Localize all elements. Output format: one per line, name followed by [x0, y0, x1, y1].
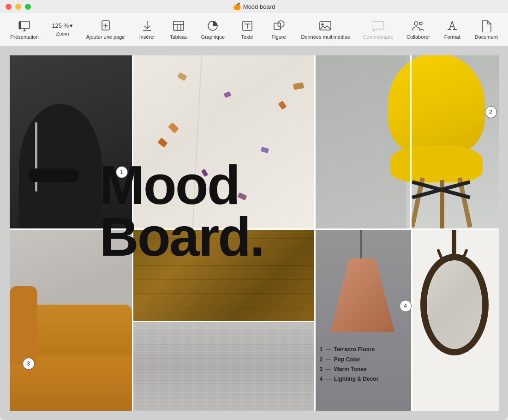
separator-v4 [411, 228, 412, 411]
legend-item-1: 1 — Terrazzo Floors [320, 345, 379, 354]
add-page-label: Ajouter une page [86, 34, 125, 40]
badge-2: 2 [485, 106, 497, 118]
format-icon [446, 19, 459, 32]
legend: 1 — Terrazzo Floors 2 — Pop Color 3 — Wa… [320, 345, 379, 384]
insert-label: Insérer [139, 34, 155, 40]
chart-icon [206, 19, 219, 32]
legend-item-2: 2 — Pop Color [320, 354, 379, 364]
separator-h2 [132, 321, 314, 322]
svg-point-21 [414, 22, 418, 25]
graphique-label: Graphique [201, 34, 225, 40]
svg-rect-19 [320, 22, 331, 30]
close-button[interactable] [6, 4, 12, 10]
svg-rect-9 [173, 21, 184, 30]
toolbar-collaborer[interactable]: Collaborer [403, 18, 434, 42]
toolbar-commentaire[interactable]: Commentaire [359, 18, 397, 42]
toolbar-format[interactable]: Format [439, 18, 465, 42]
minimize-button[interactable] [15, 4, 21, 10]
app-icon: 🍊 [233, 3, 241, 10]
comment-icon [372, 19, 385, 32]
maximize-button[interactable] [25, 4, 31, 10]
cell-fur [132, 321, 314, 411]
format-label: Format [444, 34, 460, 40]
toolbar-figure[interactable]: Figure [266, 18, 292, 42]
toolbar-texte[interactable]: Texte [234, 18, 260, 42]
commentaire-label: Commentaire [363, 34, 394, 40]
text-icon [241, 19, 254, 32]
cell-gray-wall [10, 228, 132, 411]
legend-item-3: 3 — Warm Tones [320, 365, 379, 374]
toolbar-zoom[interactable]: 125 % ▾ Zoom [48, 20, 77, 38]
legend-item-4: 4 — Lighting & Decor [320, 374, 379, 384]
badge-1: 1 [116, 166, 128, 178]
document-label: Document [475, 34, 498, 40]
toolbar-graphique[interactable]: Graphique [197, 18, 228, 42]
separator-v1 [132, 55, 133, 411]
separator-h1 [10, 228, 499, 230]
toolbar-multimedia[interactable]: Données multimédias [297, 18, 353, 42]
document-icon [480, 19, 493, 32]
figure-label: Figure [271, 34, 286, 40]
svg-point-18 [278, 21, 284, 27]
toolbar-insert[interactable]: Insérer [134, 18, 160, 42]
zoom-label: Zoom [56, 31, 69, 36]
toolbar-tableau[interactable]: Tableau [166, 18, 191, 42]
presentation-icon [18, 19, 31, 32]
shape-icon [272, 19, 285, 32]
toolbar-presentation[interactable]: Présentation [6, 18, 42, 42]
badge-4: 4 [400, 300, 412, 312]
insert-icon [141, 19, 154, 32]
zoom-value-display: 125 % ▾ [52, 22, 73, 29]
svg-point-22 [419, 22, 422, 25]
cell-mirror [411, 228, 499, 411]
titlebar: 🍊 Mood board [0, 0, 508, 13]
separator-v2 [314, 55, 316, 411]
cell-terrazzo [132, 55, 314, 228]
cell-wood [132, 228, 314, 321]
presentation-label: Présentation [10, 34, 39, 40]
badge-3: 3 [23, 358, 35, 370]
separator-v3 [410, 55, 412, 228]
main-area: Mood Board. 1 2 3 4 1 — Terrazzo Floors [0, 46, 508, 420]
media-icon [319, 19, 332, 32]
toolbar-document[interactable]: Document [471, 18, 502, 42]
collab-icon [412, 19, 424, 32]
table-icon [172, 19, 185, 32]
toolbar: Présentation 125 % ▾ Zoom Ajouter une pa… [0, 13, 508, 46]
window-controls[interactable] [6, 4, 31, 10]
cell-yellow-chair [314, 55, 499, 228]
add-page-icon [99, 19, 112, 32]
multimedia-label: Données multimédias [301, 34, 350, 40]
svg-point-20 [322, 23, 324, 25]
tableau-label: Tableau [170, 34, 188, 40]
toolbar-add-page[interactable]: Ajouter une page [83, 18, 129, 42]
page-canvas[interactable]: Mood Board. 1 2 3 4 1 — Terrazzo Floors [10, 55, 499, 411]
svg-rect-17 [274, 23, 281, 30]
cell-leather-chair [10, 55, 132, 228]
texte-label: Texte [241, 34, 253, 40]
collaborer-label: Collaborer [406, 34, 430, 40]
window-title: 🍊 Mood board [233, 3, 275, 10]
